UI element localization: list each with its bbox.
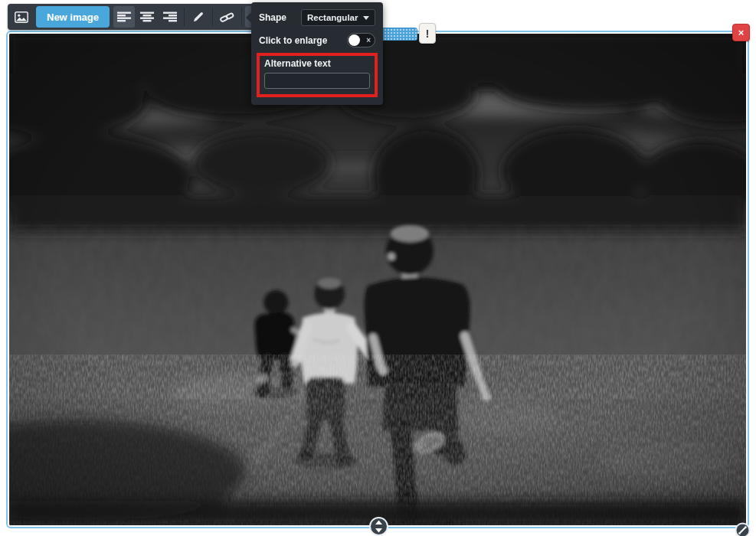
enlarge-toggle[interactable]: × (347, 33, 375, 47)
resize-vertical-icon (368, 516, 389, 536)
align-left-icon (117, 11, 131, 22)
toolbar-divider (212, 8, 213, 26)
exclamation-icon: ! (426, 28, 430, 39)
align-right-button[interactable] (159, 6, 181, 28)
align-center-button[interactable] (136, 6, 158, 28)
link-icon (220, 11, 234, 23)
photo-illustration (9, 34, 746, 525)
chevron-down-icon (363, 16, 369, 20)
shape-selected-value: Rectangular (307, 13, 358, 22)
image-toolbar: New image (8, 4, 278, 30)
shape-label: Shape (259, 12, 286, 23)
close-icon: × (738, 28, 745, 38)
image-source-button[interactable] (11, 6, 32, 28)
align-left-button[interactable] (113, 6, 135, 28)
panel-pointer-arrow (246, 12, 251, 23)
toggle-knob (349, 34, 360, 46)
toggle-off-icon: × (366, 37, 371, 44)
link-button[interactable] (216, 6, 238, 28)
resize-diagonal-handle[interactable] (735, 522, 751, 536)
new-image-button[interactable]: New image (36, 6, 110, 28)
delete-image-button[interactable]: × (732, 24, 750, 41)
enlarge-label: Click to enlarge (259, 35, 327, 46)
align-right-icon (163, 11, 177, 22)
image-icon (15, 11, 28, 23)
shape-select[interactable]: Rectangular (301, 9, 375, 26)
shape-row: Shape Rectangular (259, 9, 375, 26)
alt-text-highlight-box: Alternative text (257, 53, 378, 97)
image-settings-panel: Shape Rectangular Click to enlarge × Alt… (251, 2, 383, 105)
edit-image-button[interactable] (188, 6, 209, 28)
image-selection-frame[interactable] (6, 31, 749, 528)
toolbar-divider (241, 8, 242, 26)
toolbar-divider (184, 8, 185, 26)
enlarge-row: Click to enlarge × (259, 33, 375, 47)
align-center-icon (140, 11, 154, 22)
alt-text-input[interactable] (264, 73, 370, 89)
pencil-icon (192, 11, 205, 23)
resize-vertical-handle[interactable] (368, 516, 389, 536)
element-options-button[interactable]: ! (419, 23, 436, 44)
photo-canvas (9, 34, 746, 525)
alt-text-label: Alternative text (264, 58, 370, 69)
resize-diagonal-icon (735, 522, 751, 536)
